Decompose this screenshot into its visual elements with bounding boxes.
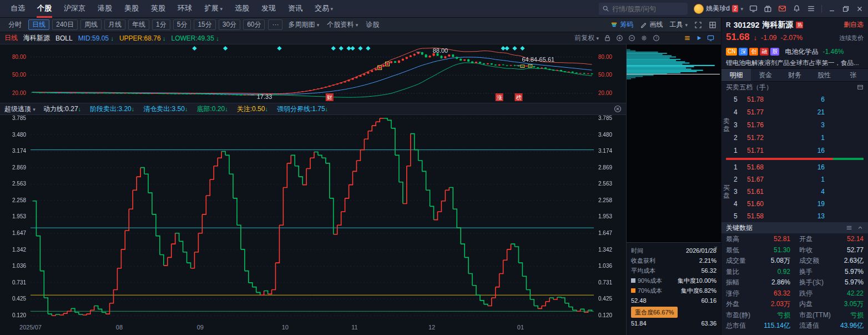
search-input[interactable]: [612, 5, 678, 13]
close-indicator-icon[interactable]: [614, 105, 622, 113]
diagnose-button[interactable]: 诊股: [364, 20, 381, 29]
play-icon[interactable]: [695, 34, 703, 42]
industry-link[interactable]: 电池化学品: [785, 47, 818, 57]
gear-icon[interactable]: [640, 34, 648, 42]
nav-item-交易[interactable]: 交易 ▾: [309, 0, 339, 18]
period-60分[interactable]: 60分: [243, 19, 265, 30]
chip-stat-row: 时间2026/01/28: [631, 246, 716, 256]
nav-item-美股[interactable]: 美股: [118, 0, 145, 18]
layout-grid-icon[interactable]: [709, 21, 716, 29]
tab-股性[interactable]: 股性: [809, 69, 839, 81]
buy-level-row[interactable]: 151.6816: [731, 161, 868, 173]
nav-item-扩展[interactable]: 扩展 ▾: [198, 0, 229, 18]
minimize-icon[interactable]: [828, 5, 836, 13]
nav-item-沪深京[interactable]: 沪深京: [58, 0, 92, 18]
nav-item-资讯[interactable]: 资讯: [282, 0, 309, 18]
tools-menu[interactable]: 工具 ▾: [669, 20, 688, 29]
fullscreen-icon[interactable]: [694, 21, 702, 29]
key-data-item: 换手5.97%: [799, 267, 864, 278]
sell-level-row[interactable]: 351.763: [731, 118, 868, 131]
sell-side-label: 卖盘: [721, 93, 731, 157]
top-navigation-bar: 自选个股沪深京港股美股英股环球扩展 ▾选股发现资讯交易 ▾ 姚美珍d 2 ▾: [0, 0, 868, 18]
remove-watchlist-button[interactable]: 删自选: [844, 20, 864, 29]
gift-icon[interactable]: [764, 4, 772, 13]
period-周线[interactable]: 周线: [80, 19, 102, 30]
tab-财务[interactable]: 财务: [780, 69, 810, 81]
tab-资金[interactable]: 资金: [751, 69, 780, 81]
search-icon: [602, 5, 609, 12]
margin-flag: R: [726, 21, 731, 29]
nav-item-选股[interactable]: 选股: [229, 0, 255, 18]
buy-level-row[interactable]: 251.671: [731, 173, 868, 186]
collapse-section-icon[interactable]: [857, 84, 864, 91]
tab-张[interactable]: 张: [839, 69, 868, 81]
key-data-item: 开盘52.14: [799, 234, 864, 245]
adjust-mode-dropdown[interactable]: 前复权 ▾: [574, 33, 599, 43]
user-account-menu[interactable]: 姚美珍d 2 ▾: [694, 4, 743, 14]
bell-icon[interactable]: [793, 4, 801, 13]
help-icon[interactable]: ?: [653, 34, 660, 42]
search-box[interactable]: [599, 3, 688, 15]
stock-detail-panel: R 301292 海科新源 热 删自选 51.68 ↓ -1.09 -2.07%…: [721, 18, 868, 335]
market-tag-CN: CN: [726, 48, 737, 56]
restore-window-icon[interactable]: [842, 5, 850, 13]
period-5分[interactable]: 5分: [173, 19, 191, 30]
tab-明细[interactable]: 明细: [721, 69, 751, 81]
stock-code: 301292: [734, 21, 760, 29]
kline-list-icon[interactable]: [684, 34, 691, 42]
indicator-selector[interactable]: 超级逃顶 ▾: [4, 104, 36, 114]
zoom-in-icon[interactable]: [616, 34, 623, 42]
period-年线[interactable]: 年线: [128, 19, 149, 30]
candlestick-chart[interactable]: [0, 44, 626, 103]
user-name: 姚美珍d: [706, 4, 730, 13]
zoom-out-icon[interactable]: [628, 34, 635, 42]
nav-item-自选[interactable]: 自选: [4, 0, 31, 18]
indicator-chart[interactable]: [0, 115, 626, 322]
period-1分[interactable]: 1分: [152, 19, 170, 30]
key-data-item: 昨收52.77: [799, 245, 864, 256]
sell-level-row[interactable]: 451.7721: [731, 106, 868, 118]
stock-tags: CN深创融股 电池化学品 -1.46%: [721, 46, 868, 58]
period-分时[interactable]: 分时: [4, 19, 26, 30]
chips-icon: [610, 21, 618, 28]
buy-level-row[interactable]: 451.6019: [731, 198, 868, 210]
sell-level-row[interactable]: 151.7116: [731, 144, 868, 157]
x-axis-label: 11: [351, 324, 357, 331]
period-240日[interactable]: 240日: [52, 19, 78, 30]
monitor-icon[interactable]: [707, 34, 714, 42]
menu-icon[interactable]: [807, 4, 815, 13]
chip-distribution-button[interactable]: 筹码: [610, 20, 633, 29]
hot-badge: 热: [796, 22, 803, 28]
sell-level-row[interactable]: 251.721: [731, 131, 868, 144]
more-periods-button[interactable]: ···: [268, 19, 282, 30]
period-月线[interactable]: 月线: [104, 19, 125, 30]
boll-mid-value: MID:59.05 ↓: [78, 34, 114, 42]
multi-period-menu[interactable]: 多周期图 ▾: [286, 20, 321, 29]
market-tag-深: 深: [739, 48, 748, 56]
draw-line-button[interactable]: 画线: [640, 20, 663, 29]
period-15分[interactable]: 15分: [194, 19, 215, 30]
nav-item-发现[interactable]: 发现: [255, 0, 282, 18]
nav-item-英股[interactable]: 英股: [145, 0, 171, 18]
nav-item-环球[interactable]: 环球: [171, 0, 198, 18]
close-window-icon[interactable]: [856, 5, 864, 13]
nav-item-港股[interactable]: 港股: [92, 0, 118, 18]
screen-share-icon[interactable]: [749, 4, 758, 13]
sell-level-row[interactable]: 551.786: [731, 93, 868, 106]
close-icon[interactable]: ×: [714, 244, 718, 251]
buy-level-row[interactable]: 551.5813: [731, 210, 868, 222]
period-30分[interactable]: 30分: [219, 19, 240, 30]
buy-level-row[interactable]: 351.614: [731, 186, 868, 198]
indicator-param: 动力线:0.27↓: [43, 105, 81, 113]
lock-icon[interactable]: [604, 34, 611, 42]
nav-item-个股[interactable]: 个股: [31, 0, 58, 18]
period-日线[interactable]: 日线: [28, 19, 49, 30]
indicator-panel-header: 超级逃顶 ▾ 动力线:0.27↓阶段卖出:3.20↓清仓卖出:3.50↓底部:0…: [0, 103, 626, 115]
mail-icon[interactable]: [778, 4, 786, 13]
chip-stat-row: 收盘获利2.21%: [631, 256, 716, 266]
key-data-item: 换手(实)5.97%: [799, 277, 864, 288]
chevron-up-icon[interactable]: [857, 224, 864, 231]
pin-icon[interactable]: [846, 224, 852, 231]
indicator-param: 清仓卖出:3.50↓: [143, 105, 188, 113]
stock-info-menu[interactable]: 个股资料 ▾: [325, 20, 360, 29]
